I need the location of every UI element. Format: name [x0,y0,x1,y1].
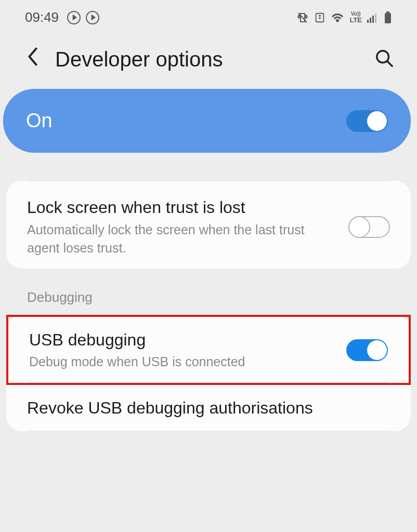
notification-icon [86,11,99,24]
status-time: 09:49 [25,9,59,25]
lte-indicator: Vo)) LTE [349,11,362,24]
back-button[interactable] [26,46,40,72]
divider [27,431,390,431]
svg-rect-3 [372,16,374,23]
app-header: Developer options [0,31,417,89]
signal-icon [367,11,379,24]
page-title: Developer options [55,48,357,71]
revoke-usb-title: Revoke USB debugging authorisations [27,397,390,419]
lock-screen-trust-toggle[interactable] [348,216,390,238]
revoke-usb-row[interactable]: Revoke USB debugging authorisations [6,385,411,431]
master-toggle-switch[interactable] [346,110,388,132]
svg-rect-4 [375,14,376,23]
debugging-card: USB debugging Debug mode when USB is con… [6,315,411,431]
svg-rect-6 [385,13,391,23]
divider [29,382,388,383]
svg-rect-5 [386,11,389,13]
lock-screen-trust-text: Lock screen when trust is lost Automatic… [27,197,338,257]
master-toggle-row[interactable]: On [3,89,411,153]
status-right: Vo)) LTE [296,11,392,24]
svg-rect-1 [367,20,369,23]
settings-card: Lock screen when trust is lost Automatic… [6,181,411,269]
svg-rect-2 [370,18,371,23]
svg-line-8 [387,61,393,66]
status-left: 09:49 [25,9,99,25]
wifi-icon [331,11,344,24]
debugging-section-label: Debugging [27,289,417,305]
lock-screen-trust-row[interactable]: Lock screen when trust is lost Automatic… [27,181,390,269]
battery-icon [384,11,392,24]
usb-debugging-toggle[interactable] [346,339,388,361]
vibrate-icon [296,11,309,24]
revoke-usb-text: Revoke USB debugging authorisations [27,397,390,419]
usb-debugging-desc: Debug mode when USB is connected [29,353,336,371]
usb-debugging-title: USB debugging [29,329,336,351]
usb-debugging-text: USB debugging Debug mode when USB is con… [29,329,336,371]
lock-screen-trust-title: Lock screen when trust is lost [27,197,338,219]
master-toggle-label: On [26,110,53,132]
usb-debugging-highlight: USB debugging Debug mode when USB is con… [6,315,411,385]
search-button[interactable] [372,46,396,72]
recycle-icon [314,11,325,24]
lock-screen-trust-desc: Automatically lock the screen when the l… [27,221,338,257]
status-notification-icons [67,11,99,24]
usb-debugging-row[interactable]: USB debugging Debug mode when USB is con… [8,317,409,383]
status-bar: 09:49 Vo)) LTE [0,0,417,31]
notification-icon [67,11,81,24]
